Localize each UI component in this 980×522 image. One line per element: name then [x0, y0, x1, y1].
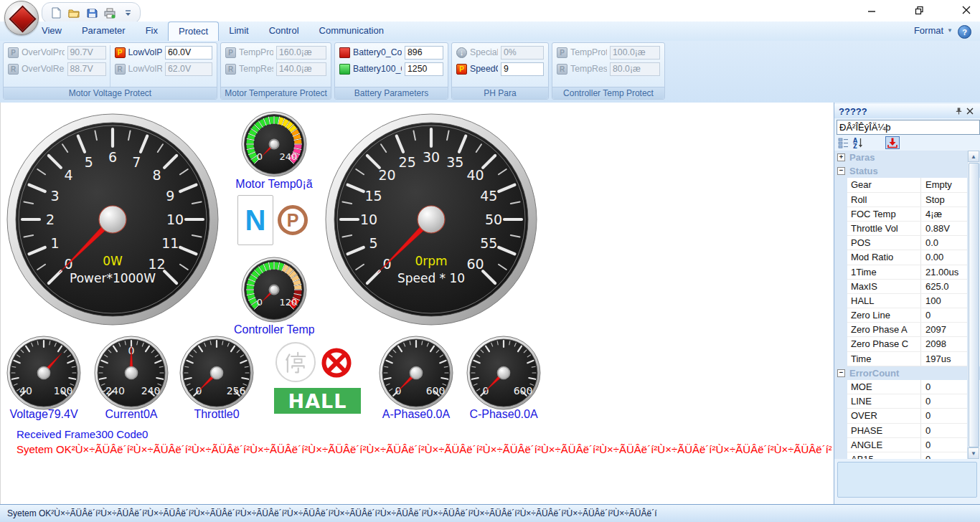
property-row-moe[interactable]: MOE0 [847, 380, 968, 394]
property-row-over[interactable]: OVER0 [847, 409, 968, 423]
tempprotect-value-input[interactable]: 160.0¡æ [276, 46, 326, 60]
specialcode-value-input[interactable]: 0% [501, 46, 544, 60]
ribbon-tabs: ViewParameterFixProtectLimitControlCommu… [32, 22, 394, 41]
battery0_coeff-value-input[interactable]: 896 [405, 46, 443, 60]
quick-access-toolbar [42, 2, 141, 24]
download-params-button[interactable] [885, 136, 900, 149]
help-button[interactable]: ? [958, 25, 971, 39]
property-row-time[interactable]: Time197us [847, 352, 968, 366]
app-logo-button[interactable] [4, 1, 39, 35]
controller-temp-gauge: 0120 [241, 257, 307, 323]
customize-dropdown-icon [124, 9, 132, 17]
ribbon-group-motor-voltage-protect: POverVolProtect90.7VROverVolRestore88.7V… [3, 42, 217, 100]
parking-letter: P [287, 210, 299, 231]
property-value: 0 [921, 394, 968, 408]
property-row-throttle-vol[interactable]: Throttle Vol0.88V [847, 222, 968, 236]
field-label: TempRestore [239, 64, 273, 74]
battery100_coeff-value-input[interactable]: 1250 [405, 62, 443, 76]
lowvolrestore-value-input[interactable]: 62.0V [165, 62, 212, 76]
property-value: 0 [921, 380, 968, 394]
property-row-phase[interactable]: PHASE0 [847, 424, 968, 438]
section-errorcount[interactable]: −ErrorCount [834, 366, 980, 380]
motor-controller-app: { "title_bar": { "quick_access": [ {"nam… [0, 0, 980, 522]
system-error-message: Syetem OK²Ù×÷ÃÜÂë´í²Ù×÷ÃÜÂë´í²Ù×÷ÃÜÂë´í²… [17, 443, 831, 455]
section-paras[interactable]: +Paras [834, 151, 980, 164]
panel-header: ????? [834, 104, 980, 118]
property-row-mod-ratio[interactable]: Mod Ratio0.00 [847, 250, 968, 265]
property-grid: +Paras−StatusGearEmptyRollStopFOC Temp4¡… [834, 151, 980, 459]
group-caption: Battery Parameters [335, 87, 448, 99]
open-file-button[interactable] [67, 6, 80, 19]
new-document-button[interactable] [50, 6, 62, 19]
property-row-maxis[interactable]: MaxIS625.0 [847, 280, 968, 294]
categorize-button[interactable] [837, 136, 851, 149]
property-name: Throttle Vol [847, 222, 921, 235]
property-name: MaxIS [847, 280, 921, 293]
tab-parameter[interactable]: Parameter [72, 22, 136, 40]
property-row-hall[interactable]: HALL100 [847, 294, 968, 308]
expand-icon[interactable]: + [837, 153, 845, 161]
property-row-zero-phase-c[interactable]: Zero Phase C2098 [847, 337, 968, 351]
print-button[interactable] [103, 6, 116, 19]
property-row-ab15[interactable]: AB150 [847, 452, 968, 459]
scroll-up-arrow[interactable]: ▲ [968, 151, 979, 162]
lowvolprotect-value-input[interactable]: 60.0V [165, 46, 212, 60]
open-folder-icon [68, 8, 80, 18]
property-row-zero-line[interactable]: Zero Line0 [847, 308, 968, 323]
property-value: 197us [921, 352, 968, 366]
field-lowvolprotect: PLowVolProtect60.0V [115, 45, 213, 60]
printer-icon [104, 8, 116, 19]
svg-text:40: 40 [19, 385, 32, 397]
overvolrestore-value-input[interactable]: 88.7V [67, 62, 106, 76]
temprestore-value-input[interactable]: 140.0¡æ [276, 62, 326, 76]
property-value: Empty [921, 178, 968, 191]
tab-limit[interactable]: Limit [219, 22, 258, 40]
property-row-zero-phase-a[interactable]: Zero Phase A2097 [847, 323, 968, 337]
speedcoeff-value-input[interactable]: 9 [501, 62, 544, 76]
property-row-line[interactable]: LINE0 [847, 394, 968, 409]
tab-protect[interactable]: Protect [168, 22, 219, 42]
format-menu[interactable]: Format ▼ [914, 25, 953, 36]
protect-flag-icon: P [115, 47, 126, 58]
tempprotect-value-input[interactable]: 100.0¡æ [610, 46, 660, 60]
field-label: LowVolRestore [128, 64, 163, 74]
property-row-roll[interactable]: RollStop [847, 193, 968, 207]
tab-communication[interactable]: Communication [309, 22, 394, 40]
restore-flag-icon: R [115, 64, 126, 75]
tree-scrollbar[interactable]: ▲ ▼ [967, 151, 979, 459]
gear-indicator: N [237, 195, 273, 245]
section-status[interactable]: −Status [834, 164, 980, 178]
close-panel-button[interactable] [964, 105, 976, 117]
collapse-icon[interactable]: − [837, 167, 845, 175]
close-button[interactable] [958, 3, 974, 17]
sort-alphabetical-button[interactable]: AZ [851, 136, 865, 149]
property-row-foc-temp[interactable]: FOC Temp4¡æ [847, 207, 968, 222]
a-phase-gauge: 0600 [379, 336, 453, 410]
tab-fix[interactable]: Fix [136, 22, 168, 40]
pin-panel-button[interactable] [953, 105, 964, 117]
tab-view[interactable]: View [32, 22, 72, 40]
save-button[interactable] [85, 6, 98, 19]
collapse-icon[interactable]: − [837, 369, 845, 377]
sort-az-icon: AZ [852, 137, 864, 148]
svg-text:240: 240 [280, 151, 298, 162]
svg-text:0: 0 [257, 297, 263, 308]
overvolprotect-value-input[interactable]: 90.7V [67, 46, 106, 60]
temprestore-value-input[interactable]: 80.0¡æ [610, 62, 660, 76]
property-row-1time[interactable]: 1Time21.00us [847, 265, 968, 280]
tab-control[interactable]: Control [259, 22, 309, 40]
categorize-icon [838, 137, 849, 148]
protect-flag-icon: P [456, 64, 467, 75]
parameter-file-input[interactable] [837, 120, 980, 135]
property-row-pos[interactable]: POS0.0 [847, 236, 968, 250]
scroll-thumb[interactable] [969, 163, 979, 447]
customize-toolbar-button[interactable] [121, 6, 134, 19]
restore-button[interactable] [911, 3, 927, 17]
restore-flag-icon: R [8, 64, 19, 75]
property-row-angle[interactable]: ANGLE0 [847, 438, 968, 452]
field-label: LowVolProtect [128, 47, 163, 57]
field-lowvolrestore: RLowVolRestore62.0V [115, 62, 213, 76]
minimize-button[interactable] [864, 3, 880, 17]
scroll-down-arrow[interactable]: ▼ [968, 447, 979, 459]
property-row-gear[interactable]: GearEmpty [847, 178, 968, 192]
